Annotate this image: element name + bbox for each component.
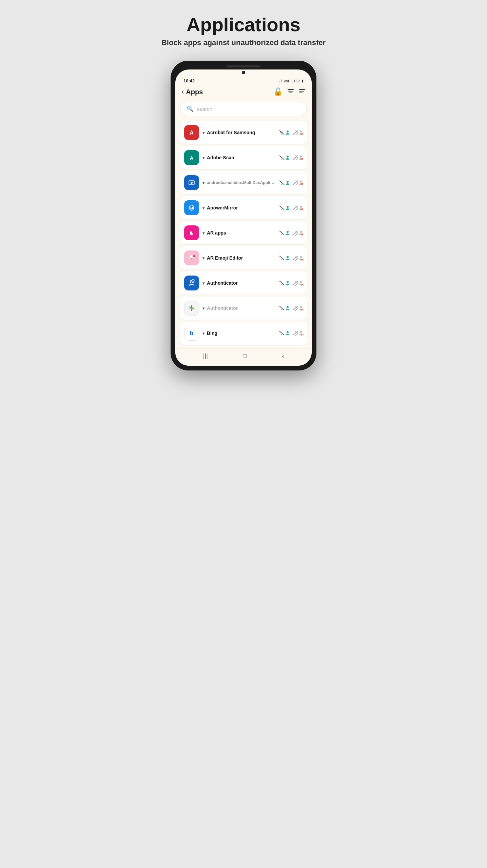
app-name-apower: ApowerMirror — [207, 205, 238, 210]
wifi-off-icon-bing — [279, 330, 285, 336]
svg-point-14 — [287, 156, 289, 158]
app-item-auth1[interactable]: ▾ Authenticator — [180, 271, 307, 295]
svg-point-53 — [287, 306, 289, 308]
svg-text:b: b — [190, 330, 194, 337]
block-icon-auth2 — [292, 305, 298, 311]
wifi-off-icon-auth2 — [279, 305, 285, 311]
wifi-off-icon-apower — [279, 205, 285, 210]
battery-icon: ▮ — [301, 79, 304, 83]
app-icon-ar-apps — [184, 225, 199, 240]
app-item-multidex[interactable]: ▾ androidx.multidex.MultiDexApplication — [180, 171, 307, 194]
page-title: Applications — [187, 14, 300, 36]
header-title: Apps — [186, 88, 203, 96]
app-icon-bing: b — [184, 326, 199, 341]
block-icon-emoji — [292, 255, 298, 261]
app-name-row-ar-emoji: ▾ AR Emoji Editor — [202, 255, 275, 261]
app-actions-ar-emoji: R — [279, 255, 303, 261]
app-item-apower[interactable]: M ▾ ApowerMirror — [180, 196, 307, 219]
block-icon-auth1 — [292, 280, 298, 286]
header-right: 🔓 — [273, 87, 306, 96]
r-label-scan: R — [301, 158, 304, 161]
wifi-off-icon — [279, 130, 285, 135]
svg-text:A: A — [190, 130, 194, 136]
bottom-nav: ||| □ ‹ — [175, 348, 312, 366]
back-nav-button[interactable]: ‹ — [282, 352, 284, 360]
app-icon-multidex — [184, 175, 199, 190]
wifi-off-icon-auth1 — [279, 280, 285, 286]
app-name-ar-apps: AR apps — [207, 230, 226, 236]
block-icon-scan — [292, 155, 298, 160]
shield-status-icon: 🛡 — [278, 79, 282, 83]
search-icon: 🔍 — [187, 105, 194, 113]
status-icons: 🛡 VoB LTE2 ▮ — [278, 79, 304, 83]
svg-rect-28 — [190, 231, 192, 235]
svg-point-44 — [192, 279, 195, 283]
wifi-off-icon-scan — [279, 155, 285, 160]
app-name-bing: Bing — [207, 330, 217, 336]
recents-button[interactable]: ||| — [203, 352, 208, 360]
person-icon-bing — [286, 331, 290, 336]
search-container: 🔍 search — [175, 100, 312, 120]
app-icon-adobe-scan: A — [184, 150, 199, 165]
filter-icon-2[interactable] — [299, 88, 306, 96]
app-actions-auth2: R — [279, 305, 303, 311]
svg-point-35 — [191, 257, 191, 257]
svg-rect-29 — [192, 233, 193, 235]
wifi-off-icon-multidex — [279, 180, 285, 185]
svg-point-40 — [287, 256, 289, 258]
app-name-row-acrobat: ▾ Acrobat for Samsung — [202, 130, 275, 135]
status-time: 10:42 — [183, 78, 195, 83]
chevron-icon-auth1: ▾ — [202, 281, 205, 286]
app-actions-apower: R — [279, 205, 303, 210]
app-item-auth2[interactable]: ▾ Authenticator — [180, 297, 307, 320]
page-subtitle: Block apps against unauthorized data tra… — [161, 38, 326, 47]
lock-icon[interactable]: 🔓 — [273, 87, 283, 96]
r-label-multidex: R — [301, 183, 304, 186]
app-name-row-multidex: ▾ androidx.multidex.MultiDexApplication — [202, 180, 275, 185]
r-label-auth2: R — [301, 308, 304, 311]
app-item-acrobat[interactable]: A ▾ Acrobat for Samsung — [180, 121, 307, 144]
app-item-ar-apps[interactable]: ▾ AR apps — [180, 221, 307, 244]
app-name-auth2: Authenticator — [207, 305, 238, 311]
app-actions-bing: R — [279, 330, 303, 336]
svg-point-20 — [287, 181, 289, 183]
app-name-row-bing: ▾ Bing — [202, 330, 275, 336]
svg-point-46 — [287, 281, 289, 283]
app-item-ar-emoji[interactable]: ✦ ▾ AR Emoji Editor — [180, 246, 307, 269]
app-name-multidex: androidx.multidex.MultiDexApplication — [207, 180, 275, 185]
camera-notch — [175, 69, 312, 74]
r-label-bing: R — [301, 333, 304, 337]
chevron-icon-adobe-scan: ▾ — [202, 155, 205, 160]
r-label-ar: R — [301, 233, 304, 236]
search-bar[interactable]: 🔍 search — [180, 102, 307, 116]
app-name-ar-emoji: AR Emoji Editor — [207, 255, 243, 261]
svg-point-25 — [287, 206, 289, 208]
app-item-adobe-scan[interactable]: A ▾ Adobe Scan — [180, 146, 307, 169]
wifi-off-icon-ar — [279, 230, 285, 236]
chevron-icon-apower: ▾ — [202, 205, 205, 210]
svg-point-18 — [191, 182, 193, 184]
search-input[interactable]: search — [197, 106, 212, 112]
app-icon-ar-emoji: ✦ — [184, 250, 199, 265]
app-item-bing[interactable]: b ▾ Bing — [180, 322, 307, 345]
app-name-adobe-scan: Adobe Scan — [207, 155, 234, 160]
filter-icon-1[interactable] — [287, 88, 294, 96]
app-icon-acrobat: A — [184, 125, 199, 140]
r-label-auth1: R — [301, 283, 304, 286]
header-left: ‹ Apps — [181, 87, 203, 96]
person-icon-ar — [286, 230, 290, 235]
chevron-icon-ar-emoji: ▾ — [202, 256, 205, 261]
home-button[interactable]: □ — [243, 352, 247, 360]
chevron-icon-ar-apps: ▾ — [202, 230, 205, 236]
chevron-icon-bing: ▾ — [202, 331, 205, 336]
wifi-person-acrobat — [279, 130, 290, 135]
app-actions-ar-apps: R — [279, 230, 303, 236]
app-actions-multidex: R — [279, 180, 303, 185]
app-actions-acrobat: R — [279, 130, 303, 135]
back-button[interactable]: ‹ — [181, 87, 184, 96]
person-icon-auth2 — [286, 306, 290, 310]
r-label-apower: R — [301, 208, 304, 211]
svg-point-9 — [287, 130, 289, 133]
person-icon-acrobat — [286, 130, 290, 135]
svg-point-58 — [287, 331, 289, 333]
